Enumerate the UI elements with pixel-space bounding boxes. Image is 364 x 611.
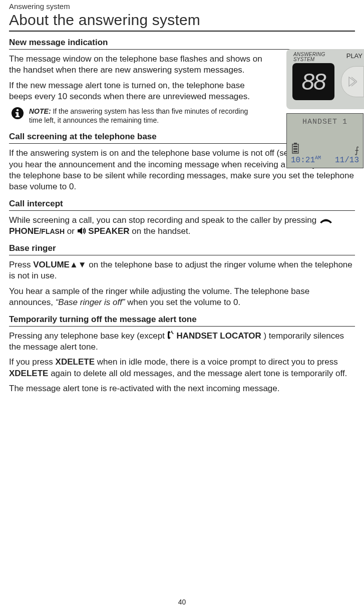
page-title: About the answering system (9, 12, 355, 32)
xdelete-label: XDELETE (56, 357, 95, 367)
lcd-time-value: 10:21 (291, 156, 315, 165)
svg-rect-8 (16, 112, 18, 114)
document-page: Answering system About the answering sys… (0, 0, 364, 611)
message-counter-window: 88 (292, 63, 334, 100)
paragraph: The message alert tone is re-activated w… (9, 383, 355, 394)
paragraph: Press VOLUME▲▼ on the telephone base to … (9, 259, 355, 282)
text: again to delete all old messages, and th… (51, 369, 347, 378)
figure-column: ANSWERING SYSTEM PLAY 88 HANDSET 1 (286, 49, 364, 168)
text: If you press (9, 357, 56, 367)
heading-temp-off-alert: Temporarily turning off the message aler… (9, 315, 355, 327)
phone-icon (319, 218, 333, 224)
message-counter-value: 88 (301, 68, 325, 95)
svg-rect-9 (16, 116, 20, 117)
lcd-date: 11/13 (335, 156, 359, 165)
paragraph: While screening a call, you can stop rec… (9, 215, 355, 237)
battery-icon (292, 143, 299, 154)
volume-label: VOLUME (33, 260, 70, 269)
handset-icon (167, 331, 174, 340)
svg-point-6 (17, 109, 19, 111)
paragraph: Pressing any telephone base key (except … (9, 331, 355, 353)
heading-call-intercept: Call intercept (9, 199, 355, 211)
note-body: If the answering system has less than fi… (29, 107, 248, 124)
note-text: NOTE: If the answering system has less t… (29, 107, 259, 125)
text: Pressing any telephone base key (except (9, 331, 167, 341)
quoted-text: “Base ringer is off” (56, 297, 125, 307)
info-icon (11, 107, 24, 120)
text: on the handset. (132, 226, 190, 236)
note-label: NOTE: (29, 107, 51, 115)
text: when in idle mode, there is a voice prom… (97, 357, 338, 367)
paragraph: You hear a sample of the ringer while ad… (9, 286, 355, 309)
play-label: PLAY (346, 52, 362, 60)
heading-new-message: New message indication (9, 38, 355, 50)
text: when you set the volume to 0. (127, 297, 240, 307)
tape-icon: ⨍ (354, 145, 358, 156)
arrow-up-icon: ▲ (70, 260, 78, 269)
phone-label: PHONE (9, 226, 39, 236)
phone-base-illustration: ANSWERING SYSTEM PLAY 88 (286, 49, 364, 109)
page-number: 40 (0, 598, 364, 606)
lcd-time: 10:21AM (291, 155, 321, 165)
paragraph: The message window on the telephone base… (9, 54, 269, 76)
base-label-line2: SYSTEM (293, 57, 314, 62)
paragraph: If the new message alert tone is turned … (9, 80, 269, 103)
arrow-down-icon: ▼ (78, 260, 87, 269)
svg-rect-3 (293, 148, 297, 150)
svg-point-10 (171, 331, 172, 332)
handset-lcd-illustration: HANDSET 1 ⨍ 10:21AM 11/13 (286, 113, 363, 168)
play-icon (348, 77, 357, 87)
heading-base-ringer: Base ringer (9, 243, 355, 255)
lcd-ampm: AM (315, 155, 321, 161)
text: While screening a call, you can stop rec… (9, 215, 319, 225)
svg-rect-2 (293, 146, 297, 147)
section-eyebrow: Answering system (9, 0, 355, 12)
xdelete-label: XDELETE (9, 369, 48, 378)
svg-rect-4 (293, 151, 297, 152)
flash-label: /FLASH (39, 227, 65, 235)
lcd-handset-name: HANDSET 1 (287, 118, 363, 126)
text: or (67, 226, 77, 236)
speaker-label: SPEAKER (88, 226, 129, 236)
play-button (341, 66, 364, 97)
handset-locator-label: HANDSET LOCATOR (176, 331, 261, 341)
paragraph: If you press XDELETE when in idle mode, … (9, 357, 355, 379)
base-label: ANSWERING SYSTEM (293, 52, 325, 62)
speaker-icon (77, 227, 86, 235)
text: Press (9, 260, 33, 269)
